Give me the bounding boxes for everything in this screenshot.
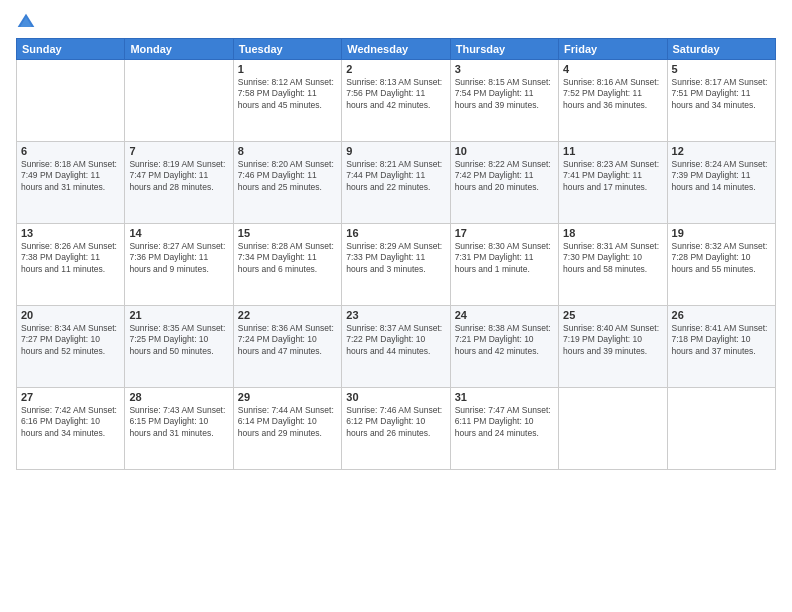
day-number: 29	[238, 391, 337, 403]
weekday-tuesday: Tuesday	[233, 39, 341, 60]
calendar-cell: 25Sunrise: 8:40 AM Sunset: 7:19 PM Dayli…	[559, 306, 667, 388]
calendar-cell: 10Sunrise: 8:22 AM Sunset: 7:42 PM Dayli…	[450, 142, 558, 224]
day-number: 13	[21, 227, 120, 239]
day-number: 21	[129, 309, 228, 321]
day-info: Sunrise: 8:31 AM Sunset: 7:30 PM Dayligh…	[563, 241, 662, 275]
calendar-cell: 8Sunrise: 8:20 AM Sunset: 7:46 PM Daylig…	[233, 142, 341, 224]
calendar-cell: 24Sunrise: 8:38 AM Sunset: 7:21 PM Dayli…	[450, 306, 558, 388]
day-info: Sunrise: 8:37 AM Sunset: 7:22 PM Dayligh…	[346, 323, 445, 357]
calendar-cell: 16Sunrise: 8:29 AM Sunset: 7:33 PM Dayli…	[342, 224, 450, 306]
day-number: 28	[129, 391, 228, 403]
calendar-cell: 13Sunrise: 8:26 AM Sunset: 7:38 PM Dayli…	[17, 224, 125, 306]
calendar-cell: 6Sunrise: 8:18 AM Sunset: 7:49 PM Daylig…	[17, 142, 125, 224]
day-number: 25	[563, 309, 662, 321]
day-number: 22	[238, 309, 337, 321]
calendar-cell: 22Sunrise: 8:36 AM Sunset: 7:24 PM Dayli…	[233, 306, 341, 388]
day-info: Sunrise: 8:18 AM Sunset: 7:49 PM Dayligh…	[21, 159, 120, 193]
day-number: 5	[672, 63, 771, 75]
weekday-thursday: Thursday	[450, 39, 558, 60]
day-number: 8	[238, 145, 337, 157]
weekday-header-row: SundayMondayTuesdayWednesdayThursdayFrid…	[17, 39, 776, 60]
day-number: 24	[455, 309, 554, 321]
calendar-cell: 26Sunrise: 8:41 AM Sunset: 7:18 PM Dayli…	[667, 306, 775, 388]
day-info: Sunrise: 8:21 AM Sunset: 7:44 PM Dayligh…	[346, 159, 445, 193]
day-info: Sunrise: 8:19 AM Sunset: 7:47 PM Dayligh…	[129, 159, 228, 193]
day-info: Sunrise: 8:22 AM Sunset: 7:42 PM Dayligh…	[455, 159, 554, 193]
calendar-cell: 2Sunrise: 8:13 AM Sunset: 7:56 PM Daylig…	[342, 60, 450, 142]
day-number: 2	[346, 63, 445, 75]
day-info: Sunrise: 8:17 AM Sunset: 7:51 PM Dayligh…	[672, 77, 771, 111]
day-info: Sunrise: 8:24 AM Sunset: 7:39 PM Dayligh…	[672, 159, 771, 193]
calendar-cell: 30Sunrise: 7:46 AM Sunset: 6:12 PM Dayli…	[342, 388, 450, 470]
day-info: Sunrise: 7:46 AM Sunset: 6:12 PM Dayligh…	[346, 405, 445, 439]
day-info: Sunrise: 8:30 AM Sunset: 7:31 PM Dayligh…	[455, 241, 554, 275]
calendar-cell: 29Sunrise: 7:44 AM Sunset: 6:14 PM Dayli…	[233, 388, 341, 470]
calendar-cell: 11Sunrise: 8:23 AM Sunset: 7:41 PM Dayli…	[559, 142, 667, 224]
day-number: 27	[21, 391, 120, 403]
day-info: Sunrise: 7:43 AM Sunset: 6:15 PM Dayligh…	[129, 405, 228, 439]
day-number: 18	[563, 227, 662, 239]
day-info: Sunrise: 8:40 AM Sunset: 7:19 PM Dayligh…	[563, 323, 662, 357]
calendar-cell: 15Sunrise: 8:28 AM Sunset: 7:34 PM Dayli…	[233, 224, 341, 306]
calendar-cell: 5Sunrise: 8:17 AM Sunset: 7:51 PM Daylig…	[667, 60, 775, 142]
day-number: 26	[672, 309, 771, 321]
day-number: 31	[455, 391, 554, 403]
day-info: Sunrise: 7:42 AM Sunset: 6:16 PM Dayligh…	[21, 405, 120, 439]
day-info: Sunrise: 8:29 AM Sunset: 7:33 PM Dayligh…	[346, 241, 445, 275]
day-number: 1	[238, 63, 337, 75]
day-info: Sunrise: 8:12 AM Sunset: 7:58 PM Dayligh…	[238, 77, 337, 111]
calendar-cell	[125, 60, 233, 142]
calendar-cell	[17, 60, 125, 142]
calendar-cell: 19Sunrise: 8:32 AM Sunset: 7:28 PM Dayli…	[667, 224, 775, 306]
day-number: 9	[346, 145, 445, 157]
weekday-wednesday: Wednesday	[342, 39, 450, 60]
logo-icon	[16, 12, 36, 32]
day-number: 11	[563, 145, 662, 157]
day-info: Sunrise: 8:38 AM Sunset: 7:21 PM Dayligh…	[455, 323, 554, 357]
calendar-cell: 27Sunrise: 7:42 AM Sunset: 6:16 PM Dayli…	[17, 388, 125, 470]
calendar-cell: 21Sunrise: 8:35 AM Sunset: 7:25 PM Dayli…	[125, 306, 233, 388]
calendar-cell: 20Sunrise: 8:34 AM Sunset: 7:27 PM Dayli…	[17, 306, 125, 388]
calendar-week-4: 27Sunrise: 7:42 AM Sunset: 6:16 PM Dayli…	[17, 388, 776, 470]
calendar-cell: 3Sunrise: 8:15 AM Sunset: 7:54 PM Daylig…	[450, 60, 558, 142]
day-info: Sunrise: 7:47 AM Sunset: 6:11 PM Dayligh…	[455, 405, 554, 439]
calendar-cell: 17Sunrise: 8:30 AM Sunset: 7:31 PM Dayli…	[450, 224, 558, 306]
day-info: Sunrise: 8:26 AM Sunset: 7:38 PM Dayligh…	[21, 241, 120, 275]
day-number: 12	[672, 145, 771, 157]
day-number: 3	[455, 63, 554, 75]
day-number: 17	[455, 227, 554, 239]
day-info: Sunrise: 8:35 AM Sunset: 7:25 PM Dayligh…	[129, 323, 228, 357]
calendar-cell: 23Sunrise: 8:37 AM Sunset: 7:22 PM Dayli…	[342, 306, 450, 388]
day-number: 16	[346, 227, 445, 239]
calendar-cell: 28Sunrise: 7:43 AM Sunset: 6:15 PM Dayli…	[125, 388, 233, 470]
header	[16, 12, 776, 32]
calendar-header: SundayMondayTuesdayWednesdayThursdayFrid…	[17, 39, 776, 60]
day-number: 4	[563, 63, 662, 75]
day-info: Sunrise: 8:20 AM Sunset: 7:46 PM Dayligh…	[238, 159, 337, 193]
calendar-body: 1Sunrise: 8:12 AM Sunset: 7:58 PM Daylig…	[17, 60, 776, 470]
day-info: Sunrise: 8:27 AM Sunset: 7:36 PM Dayligh…	[129, 241, 228, 275]
calendar-cell: 1Sunrise: 8:12 AM Sunset: 7:58 PM Daylig…	[233, 60, 341, 142]
day-number: 23	[346, 309, 445, 321]
day-number: 19	[672, 227, 771, 239]
day-number: 6	[21, 145, 120, 157]
day-info: Sunrise: 8:34 AM Sunset: 7:27 PM Dayligh…	[21, 323, 120, 357]
day-info: Sunrise: 8:41 AM Sunset: 7:18 PM Dayligh…	[672, 323, 771, 357]
day-info: Sunrise: 8:32 AM Sunset: 7:28 PM Dayligh…	[672, 241, 771, 275]
day-number: 15	[238, 227, 337, 239]
day-info: Sunrise: 8:16 AM Sunset: 7:52 PM Dayligh…	[563, 77, 662, 111]
day-number: 20	[21, 309, 120, 321]
calendar-week-1: 6Sunrise: 8:18 AM Sunset: 7:49 PM Daylig…	[17, 142, 776, 224]
weekday-saturday: Saturday	[667, 39, 775, 60]
day-number: 14	[129, 227, 228, 239]
day-info: Sunrise: 7:44 AM Sunset: 6:14 PM Dayligh…	[238, 405, 337, 439]
calendar-table: SundayMondayTuesdayWednesdayThursdayFrid…	[16, 38, 776, 470]
calendar-cell: 7Sunrise: 8:19 AM Sunset: 7:47 PM Daylig…	[125, 142, 233, 224]
weekday-monday: Monday	[125, 39, 233, 60]
calendar-week-3: 20Sunrise: 8:34 AM Sunset: 7:27 PM Dayli…	[17, 306, 776, 388]
calendar-cell: 12Sunrise: 8:24 AM Sunset: 7:39 PM Dayli…	[667, 142, 775, 224]
day-info: Sunrise: 8:13 AM Sunset: 7:56 PM Dayligh…	[346, 77, 445, 111]
logo	[16, 12, 40, 32]
calendar-cell: 14Sunrise: 8:27 AM Sunset: 7:36 PM Dayli…	[125, 224, 233, 306]
calendar-week-2: 13Sunrise: 8:26 AM Sunset: 7:38 PM Dayli…	[17, 224, 776, 306]
